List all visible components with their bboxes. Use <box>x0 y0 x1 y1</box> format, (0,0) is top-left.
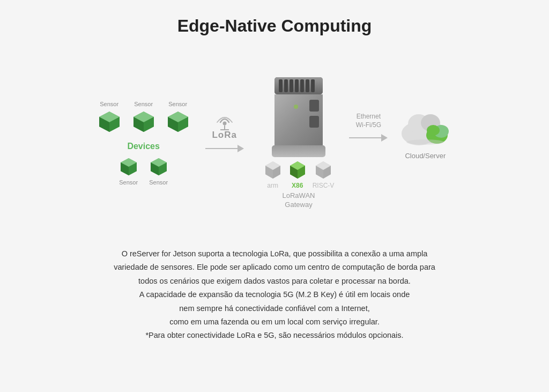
svg-rect-31 <box>311 79 315 92</box>
arrow-head <box>238 145 244 152</box>
desc-line-2: variedade de sensores. Ele pode ser apli… <box>114 263 435 271</box>
svg-rect-25 <box>279 79 283 92</box>
svg-point-35 <box>294 105 298 109</box>
svg-rect-33 <box>309 100 319 112</box>
desc-line-4: A capacidade de expansão da tecnologia 5… <box>139 290 410 299</box>
sensor-cube-2 <box>131 109 156 134</box>
processor-arm: arm <box>263 160 283 189</box>
sensor-4: Sensor <box>118 157 139 186</box>
devices-label: Devices <box>127 142 160 151</box>
svg-point-56 <box>406 139 444 145</box>
arm-label: arm <box>267 182 278 189</box>
svg-rect-36 <box>272 145 325 157</box>
gateway-label: LoRaWAN Gateway <box>283 191 315 210</box>
processor-row: arm X86 <box>263 160 335 189</box>
conn-arrow-head <box>381 134 388 142</box>
lora-icon <box>210 113 240 132</box>
sensor-cube-5 <box>149 157 169 177</box>
sensor-1-label: Sensor <box>100 101 118 107</box>
desc-line-3: todos os cenários que exigem dados vasto… <box>138 277 411 285</box>
processor-x86: X86 <box>288 160 307 189</box>
main-container: Edge-Native Computing Sensor Sensor <box>0 0 549 392</box>
svg-rect-30 <box>306 79 309 92</box>
arm-chip-icon <box>263 160 283 180</box>
svg-rect-29 <box>300 79 304 92</box>
sensor-3-label: Sensor <box>168 101 187 107</box>
riscv-label: RISC-V <box>313 182 335 189</box>
desc-line-6: como em uma fazenda ou em um local com s… <box>169 317 380 326</box>
sensor-top-row: Sensor Sensor <box>97 101 190 134</box>
desc-line-7: *Para obter conectividade LoRa e 5G, são… <box>145 331 403 339</box>
sensor-1: Sensor <box>97 101 122 134</box>
sensor-bottom-row: Sensor Sensor <box>118 157 169 186</box>
sensor-devices: Sensor Sensor <box>97 101 190 186</box>
connection-arrow <box>349 134 388 142</box>
svg-point-55 <box>427 125 440 136</box>
lora-section: LoRa <box>205 113 244 152</box>
sensor-4-label: Sensor <box>119 179 138 186</box>
lora-arrow <box>205 145 244 152</box>
svg-rect-26 <box>284 79 288 92</box>
sensor-2-label: Sensor <box>134 101 153 107</box>
cloud-icon <box>398 106 452 149</box>
desc-line-5: nem sempre há conectividade confiável co… <box>179 304 369 313</box>
sensor-5-label: Sensor <box>149 179 168 186</box>
description-text: O reServer for Jetson suporta a tecnolog… <box>114 247 435 343</box>
ethernet-label: Ethernet <box>357 113 381 120</box>
svg-rect-27 <box>290 79 293 92</box>
arrow-line <box>205 148 238 149</box>
svg-point-20 <box>222 122 226 125</box>
conn-arrow-line <box>349 137 381 138</box>
desc-line-1: O reServer for Jetson suporta a tecnolog… <box>122 249 428 258</box>
sensor-3: Sensor <box>166 101 190 134</box>
sensor-2: Sensor <box>131 101 156 134</box>
gateway-section: arm X86 <box>263 77 335 210</box>
wifi5g-label: Wi-Fi/5G <box>356 121 381 129</box>
connection-section: Ethernet Wi-Fi/5G <box>349 113 388 142</box>
svg-rect-34 <box>309 116 319 128</box>
cloud-section: Cloud/Server <box>398 106 452 160</box>
sensor-cube-4 <box>118 157 139 177</box>
sensor-cube-1 <box>97 109 122 134</box>
diagram-section: Sensor Sensor <box>21 52 528 234</box>
lora-text: LoRa <box>212 130 237 140</box>
riscv-chip-icon <box>314 160 333 180</box>
cloud-server-label: Cloud/Server <box>405 152 446 160</box>
server-tower-icon <box>269 77 328 160</box>
x86-label: X86 <box>292 182 303 189</box>
sensor-cube-3 <box>166 109 190 134</box>
svg-rect-28 <box>295 79 299 92</box>
sensor-5: Sensor <box>149 157 169 186</box>
page-title: Edge-Native Computing <box>177 16 372 36</box>
x86-chip-icon <box>288 160 307 180</box>
processor-riscv: RISC-V <box>313 160 335 189</box>
